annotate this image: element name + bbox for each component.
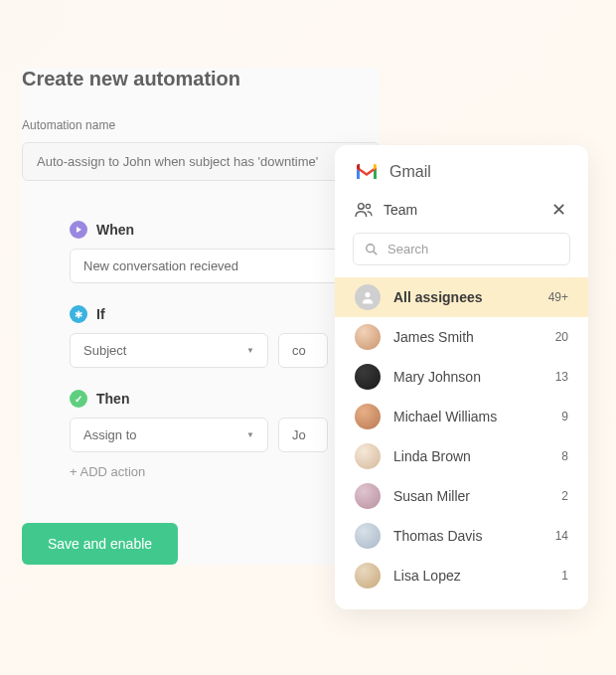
svg-point-0 — [358, 204, 364, 210]
if-field-select[interactable]: Subject ▼ — [70, 333, 268, 368]
gear-icon — [70, 305, 87, 323]
play-icon — [70, 221, 87, 239]
avatar — [355, 324, 381, 350]
chevron-down-icon: ▼ — [246, 346, 254, 355]
then-action-value: Assign to — [83, 427, 136, 442]
svg-point-4 — [365, 292, 370, 297]
assignee-name: Michael Williams — [393, 409, 548, 424]
search-placeholder: Search — [387, 242, 428, 256]
save-enable-button[interactable]: Save and enable — [22, 523, 178, 565]
then-action-select[interactable]: Assign to ▼ — [70, 418, 268, 452]
then-target-select[interactable]: Jo — [278, 418, 328, 452]
assignee-count: 13 — [555, 370, 568, 384]
assignee-all[interactable]: All assignees 49+ — [335, 277, 588, 317]
svg-point-2 — [367, 244, 375, 252]
chevron-down-icon: ▼ — [246, 430, 254, 439]
automation-name-label: Automation name — [22, 118, 380, 132]
team-popover: Gmail Team ✕ Search — [335, 145, 588, 609]
when-section: When New conversation recieved — [70, 221, 378, 283]
assignee-name: Thomas Davis — [393, 528, 542, 544]
avatar — [355, 404, 381, 429]
avatar — [355, 563, 381, 589]
avatar — [355, 483, 381, 509]
assignee-count: 2 — [561, 489, 568, 503]
if-operator-value: co — [292, 343, 306, 358]
when-trigger-value: New conversation recieved — [83, 258, 238, 273]
when-trigger-select[interactable]: New conversation recieved — [70, 249, 378, 283]
assignee-count: 49+ — [548, 290, 568, 304]
person-icon — [355, 284, 381, 310]
team-header: Team ✕ — [335, 201, 588, 219]
assignee-row[interactable]: Linda Brown 8 — [335, 436, 588, 476]
assignee-row[interactable]: Thomas Davis 14 — [335, 516, 588, 556]
assignee-name: Linda Brown — [393, 448, 548, 464]
then-label: Then — [96, 391, 129, 407]
if-section: If Subject ▼ co — [70, 305, 378, 368]
assignee-count: 20 — [555, 330, 568, 344]
if-field-value: Subject — [83, 343, 126, 358]
assignee-row[interactable]: Susan Miller 2 — [335, 476, 588, 516]
svg-point-1 — [366, 204, 370, 208]
assignee-row[interactable]: Mary Johnson 13 — [335, 357, 588, 397]
assignee-row[interactable]: Michael Williams 9 — [335, 397, 588, 436]
search-icon — [365, 243, 379, 256]
check-icon — [70, 390, 87, 408]
gmail-header: Gmail — [335, 163, 588, 181]
add-action-button[interactable]: + ADD action — [70, 464, 378, 479]
assignee-name: Susan Miller — [393, 488, 548, 504]
assignee-row[interactable]: James Smith 20 — [335, 317, 588, 357]
if-label: If — [96, 306, 105, 322]
page-title: Create new automation — [22, 68, 380, 90]
team-icon — [355, 202, 373, 218]
then-section: Then Assign to ▼ Jo + ADD action — [70, 390, 378, 479]
search-input[interactable]: Search — [353, 233, 570, 265]
if-operator-select[interactable]: co — [278, 333, 328, 368]
automation-panel: Create new automation Automation name Wh… — [22, 68, 380, 565]
then-header: Then — [70, 390, 378, 408]
rules-block: When New conversation recieved If Subjec… — [70, 221, 378, 565]
gmail-logo-icon — [355, 163, 379, 181]
avatar — [355, 364, 381, 390]
avatar — [355, 523, 381, 549]
svg-line-3 — [374, 251, 378, 254]
if-header: If — [70, 305, 378, 323]
when-label: When — [96, 222, 134, 238]
when-header: When — [70, 221, 378, 239]
automation-name-input[interactable] — [22, 142, 380, 181]
then-target-value: Jo — [292, 427, 306, 442]
gmail-app-name: Gmail — [389, 163, 431, 181]
assignee-row[interactable]: Lisa Lopez 1 — [335, 556, 588, 595]
assignee-name: Lisa Lopez — [393, 568, 548, 584]
assignee-count: 9 — [561, 410, 568, 423]
assignee-count: 8 — [561, 449, 568, 463]
assignee-count: 14 — [555, 529, 568, 543]
assignee-name: Mary Johnson — [393, 369, 542, 385]
assignee-name: James Smith — [393, 329, 542, 345]
assignee-name: All assignees — [393, 289, 536, 305]
assignee-count: 1 — [561, 569, 568, 583]
close-icon[interactable]: ✕ — [548, 201, 568, 219]
avatar — [355, 443, 381, 469]
team-section-label: Team — [384, 202, 417, 218]
